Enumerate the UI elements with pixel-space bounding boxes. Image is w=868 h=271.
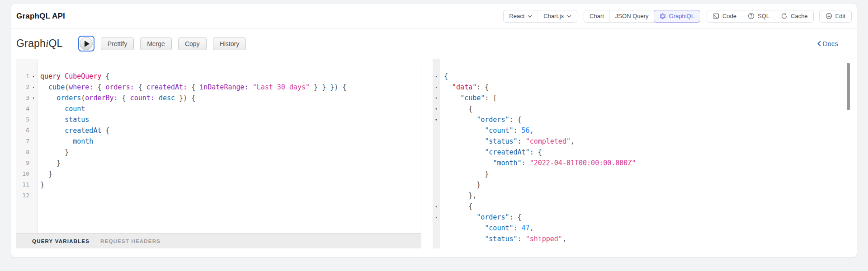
page-header: GraphQL API React Chart.js ChartJSON Que… xyxy=(11,4,857,28)
result-json-line: "month": "2022-04-01T00:00:00.000Z" xyxy=(421,158,852,168)
query-code-line: 12 xyxy=(16,190,421,201)
query-code-line: 9 } xyxy=(16,158,421,168)
question-circle-icon xyxy=(748,13,755,19)
result-json-line: ▾ "data": { xyxy=(421,82,852,93)
line-number: 10 xyxy=(16,168,29,179)
result-json-line: "status": "completed", xyxy=(421,136,852,147)
query-code-line: 4 count xyxy=(16,103,421,114)
fold-toggle-icon[interactable]: ▾ xyxy=(433,201,439,212)
action-button-label: SQL xyxy=(758,13,769,19)
fold-toggle-icon[interactable]: ▾ xyxy=(433,71,439,82)
cache-button[interactable]: Cache xyxy=(775,10,813,22)
chart-library-select-label: Chart.js xyxy=(543,13,564,19)
result-json-line: } xyxy=(421,168,852,179)
query-pane: 1▾query CubeQuery {2▾ cube(where: { orde… xyxy=(16,59,421,248)
history-button[interactable]: History xyxy=(213,37,246,50)
result-json-line: "status": "shipped", xyxy=(421,234,852,244)
result-json-line: ▾ "orders": { xyxy=(421,114,852,125)
line-number: 2 xyxy=(16,82,29,93)
edit-button[interactable]: Edit xyxy=(819,10,852,23)
query-code-line: 10 } xyxy=(16,168,421,179)
chevron-left-icon xyxy=(817,41,821,47)
playground-card: GraphQL API React Chart.js ChartJSON Que… xyxy=(11,4,857,257)
toolbar-buttons: PrettifyMergeCopyHistory xyxy=(94,37,246,50)
query-code-line: 1▾query CubeQuery { xyxy=(16,71,421,82)
query-code-line: 7 month xyxy=(16,136,421,147)
action-button-label: Cache xyxy=(791,13,808,19)
line-number: 9 xyxy=(16,158,29,168)
result-json-line: ▾ "orders": { xyxy=(421,212,852,223)
query-code-line: 3▾ orders(orderBy: { count: desc }) { xyxy=(16,93,421,103)
cube-icon xyxy=(826,13,832,19)
result-json-line: ▾{ xyxy=(421,71,852,82)
docs-link[interactable]: Docs xyxy=(817,40,838,47)
line-number: 1 xyxy=(16,71,29,82)
view-tabs-group: ChartJSON QueryGraphiQL xyxy=(584,10,700,23)
result-json-line: } xyxy=(421,179,852,190)
line-number: 3 xyxy=(16,93,29,103)
request-headers-tab[interactable]: REQUEST HEADERS xyxy=(100,238,160,244)
line-number: 7 xyxy=(16,136,29,147)
framework-select-label: React xyxy=(509,13,524,19)
line-number: 5 xyxy=(16,114,29,125)
fold-toggle-icon[interactable]: ▾ xyxy=(30,93,37,103)
fold-toggle-icon[interactable]: ▾ xyxy=(433,93,439,103)
line-number: 8 xyxy=(16,147,29,158)
line-number: 11 xyxy=(16,179,29,190)
result-json-line: "count": 56, xyxy=(421,125,852,136)
result-json-line: ▾ "cube": [ xyxy=(421,93,852,103)
view-tab-label: JSON Query xyxy=(615,13,649,19)
sql-button[interactable]: SQL xyxy=(742,10,775,22)
result-json-line: ▾ { xyxy=(421,201,852,212)
execute-query-button[interactable] xyxy=(78,36,94,51)
result-pane: ▾{▾ "data": {▾ "cube": [▾ {▾ "orders": {… xyxy=(421,59,852,248)
fold-toggle-icon[interactable]: ▾ xyxy=(30,71,37,82)
fold-toggle-icon[interactable]: ▾ xyxy=(433,82,439,93)
result-lines: ▾{▾ "data": {▾ "cube": [▾ {▾ "orders": {… xyxy=(421,59,852,244)
fold-toggle-icon[interactable]: ▾ xyxy=(433,103,439,114)
chart-library-select[interactable]: Chart.js xyxy=(538,10,577,22)
action-buttons-group: CodeSQLCache xyxy=(707,10,814,23)
result-scrollbar-thumb[interactable] xyxy=(847,63,850,110)
graphql-logo-icon xyxy=(660,13,666,19)
edit-button-label: Edit xyxy=(835,13,845,19)
graphiql-logo: GraphiQL xyxy=(16,37,63,50)
docs-link-label: Docs xyxy=(823,40,838,47)
query-code-line: 5 status xyxy=(16,114,421,125)
query-code-line: 8 } xyxy=(16,147,421,158)
view-tab-label: GraphiQL xyxy=(669,13,694,19)
prettify-button[interactable]: Prettify xyxy=(101,37,134,50)
line-number: 6 xyxy=(16,125,29,136)
fold-toggle-icon[interactable]: ▾ xyxy=(433,114,439,125)
view-tab-chart[interactable]: Chart xyxy=(584,10,609,22)
view-tab-graphiql[interactable]: GraphiQL xyxy=(654,10,700,23)
line-number: 4 xyxy=(16,103,29,114)
framework-select-group: React Chart.js xyxy=(503,10,577,23)
query-code-line: 6 createdAt { xyxy=(16,125,421,136)
chevron-down-icon xyxy=(528,15,532,18)
framework-select[interactable]: React xyxy=(504,10,538,22)
view-tab-json-query[interactable]: JSON Query xyxy=(609,10,654,22)
code-button[interactable]: Code xyxy=(707,10,742,22)
action-button-label: Code xyxy=(722,13,736,19)
play-icon xyxy=(80,37,93,50)
query-variables-tab[interactable]: QUERY VARIABLES xyxy=(32,238,90,244)
result-json-line: "createdAt": { xyxy=(421,147,852,158)
refresh-icon xyxy=(781,13,788,19)
merge-button[interactable]: Merge xyxy=(140,37,172,50)
graphiql-toolbar: GraphiQL PrettifyMergeCopyHistory Docs xyxy=(11,28,857,59)
result-json-line: }, xyxy=(421,190,852,201)
line-number: 12 xyxy=(16,190,29,201)
query-code-line: 11} xyxy=(16,179,421,190)
query-editor[interactable]: 1▾query CubeQuery {2▾ cube(where: { orde… xyxy=(16,59,421,233)
fold-toggle-icon[interactable]: ▾ xyxy=(30,82,37,93)
terminal-icon xyxy=(712,13,719,19)
view-tab-label: Chart xyxy=(590,13,604,19)
result-json-line: ▾ { xyxy=(421,103,852,114)
fold-toggle-icon[interactable]: ▾ xyxy=(433,212,439,223)
result-json-line: "count": 47, xyxy=(421,223,852,234)
query-editor-lines: 1▾query CubeQuery {2▾ cube(where: { orde… xyxy=(16,59,421,201)
main-split: 1▾query CubeQuery {2▾ cube(where: { orde… xyxy=(11,59,857,248)
chevron-down-icon xyxy=(567,15,571,18)
copy-button[interactable]: Copy xyxy=(178,37,207,50)
